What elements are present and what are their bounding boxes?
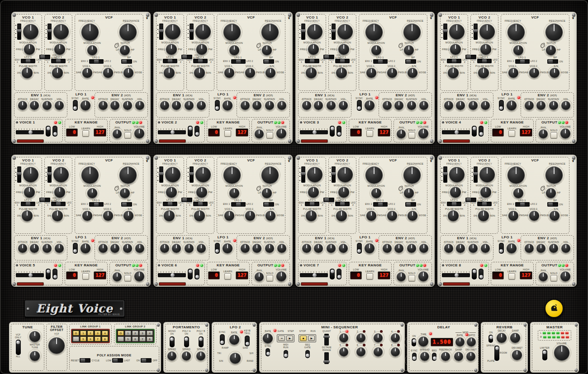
vcf-frequency-knob[interactable] [223,166,241,184]
key-range-high-display[interactable]: 127 [236,128,248,137]
seq-step-knob-2[interactable] [356,333,365,342]
volume-knob[interactable] [560,271,570,281]
osc-sync-switch[interactable] [465,55,476,59]
volume-knob[interactable] [134,271,144,281]
vcf-sub-noise-knob[interactable] [266,211,275,221]
env2-attack-knob[interactable] [99,101,108,110]
tune-knob[interactable] [29,331,40,342]
env1-decay-knob[interactable] [30,244,39,253]
lfo1-rate-knob[interactable] [223,243,232,253]
vcf-bp-switch[interactable] [263,59,274,64]
voice-switch-b[interactable] [194,269,199,279]
lfo2-sync-switch[interactable] [220,334,225,345]
vcf-bp-switch[interactable] [263,202,274,207]
vcf-resonance-knob[interactable] [403,24,421,41]
env1-vol-knob[interactable] [55,244,64,253]
vcf-vco1-mix-knob[interactable] [366,68,376,78]
key-range-low-display[interactable]: 0 [350,128,362,137]
env2-decay-knob[interactable] [110,244,119,253]
vcf-vco1-mix-knob[interactable] [508,68,518,78]
vcf-mode-knob[interactable] [404,45,414,55]
vco1-mod-source-switch[interactable] [21,202,35,206]
env1-vol-knob[interactable] [197,101,206,110]
reverb-mix-knob[interactable] [512,350,522,360]
volume-knob[interactable] [418,271,428,281]
solo-button[interactable] [124,132,131,138]
env1-attack-knob[interactable] [444,244,453,253]
vco1-modulation-knob[interactable] [308,187,319,198]
vcf-frequency-knob[interactable] [365,24,383,41]
env2-attack-knob[interactable] [241,244,250,253]
voice-switch-b[interactable] [194,126,199,137]
vcf-mod-source-switch[interactable] [89,202,104,207]
vco1-pulse-width-knob[interactable] [448,67,459,78]
env2-decay-knob[interactable] [252,244,261,253]
lfo2-rate-knob[interactable] [229,335,239,345]
voice-detune-slider[interactable] [158,273,186,277]
vcf-modulation-knob[interactable] [87,45,97,55]
vco2-range-slider[interactable] [474,24,478,40]
vcf-modulation-knob[interactable] [371,188,381,198]
vco2-modulation-knob[interactable] [54,44,65,55]
key-range-low-display[interactable]: 0 [208,128,220,137]
key-range-low-display[interactable]: 0 [208,271,220,279]
env1-attack-knob[interactable] [444,101,453,110]
vcf-sub-noise-knob[interactable] [266,68,275,78]
voice-switch-a[interactable] [46,126,51,137]
voice-switch-b[interactable] [337,269,341,279]
osc-sync-switch[interactable] [39,55,50,59]
vco1-mod-source-switch[interactable] [447,59,461,63]
vcf-resonance-knob[interactable] [261,24,279,41]
env1-vol-knob[interactable] [339,244,348,253]
vco1-pulse-width-knob[interactable] [306,210,317,221]
vco1-range-slider[interactable] [159,24,163,40]
voice-switch-a[interactable] [188,269,193,279]
vco1-pulse-width-knob[interactable] [164,210,175,221]
vco1-frequency-knob[interactable] [449,24,465,39]
master-tune-knob[interactable] [30,351,40,361]
vcf-mode-knob[interactable] [262,45,272,55]
lfo1-sync-switch[interactable] [215,100,220,111]
vcf-vco2-mix-knob[interactable] [529,211,539,221]
pan-knob[interactable] [255,129,264,138]
env2-sustain-knob[interactable] [407,101,416,110]
env2-decay-knob[interactable] [252,101,261,110]
seq-step-knob-7[interactable] [374,347,383,356]
env1-attack-knob[interactable] [160,244,169,253]
pan-knob[interactable] [539,129,548,138]
env1-decay-knob[interactable] [30,101,39,110]
tune-mode-switch[interactable] [16,340,21,355]
env2-vol-knob[interactable] [419,101,428,110]
vcf-bp-switch[interactable] [547,202,558,207]
key-range-high-display[interactable]: 127 [520,128,532,137]
vco1-range-slider[interactable] [443,24,447,40]
key-range-low-display[interactable]: 0 [492,271,504,279]
vcf-sub-noise-knob[interactable] [408,211,417,221]
delay-time-display[interactable]: 1.500 [431,338,453,346]
osc-sync-switch[interactable] [181,198,192,202]
vcf-modulation-knob[interactable] [229,45,239,55]
env2-attack-knob[interactable] [525,244,534,253]
seq-midi-run-switch[interactable] [284,350,288,358]
seq-step-knob-4[interactable] [391,333,400,342]
learn-button[interactable] [508,273,515,279]
seq-run-button[interactable]: ▶ [308,336,315,341]
pan-knob[interactable] [113,129,122,138]
vcf-mode-knob[interactable] [262,188,272,198]
poly-mode-switch-2[interactable] [112,358,123,363]
vcf-resonance-knob[interactable] [119,24,137,41]
vco2-pulse-width-knob[interactable] [478,210,489,221]
vco1-range-slider[interactable] [159,166,163,183]
seq-quantize-slider[interactable] [324,334,329,346]
vcf-vco2-mix-knob[interactable] [529,68,539,78]
env1-decay-knob[interactable] [456,244,465,253]
vco2-frequency-knob[interactable] [195,24,211,39]
seq-octave-slider[interactable] [324,352,329,364]
porta-polya-speed-knob[interactable] [182,351,191,360]
vco1-mod-source-switch[interactable] [305,59,319,63]
learn-button[interactable] [508,130,515,137]
pan-knob[interactable] [397,129,406,138]
vcf-mod-source-switch[interactable] [231,202,246,207]
solo-button[interactable] [266,275,273,281]
vcf-frequency-knob[interactable] [81,166,99,184]
